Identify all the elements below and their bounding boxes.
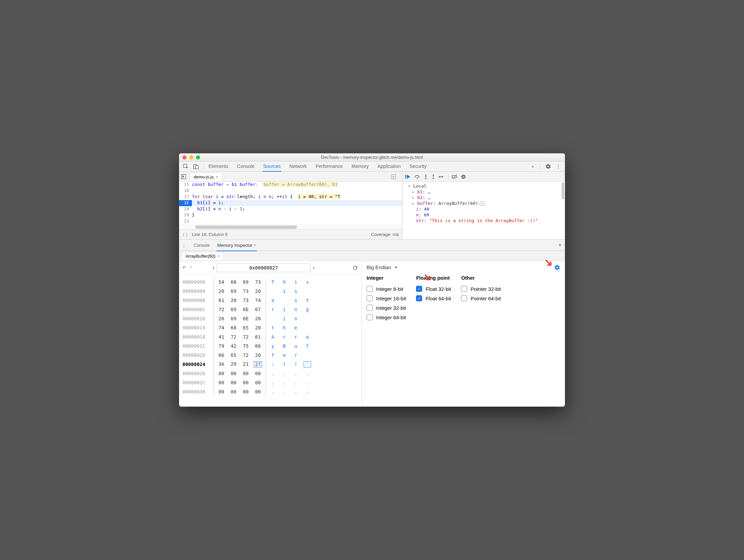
memory-tab-arraybuffer[interactable]: ArrayBuffer(60) × bbox=[182, 252, 224, 260]
undo-icon[interactable]: ↶ bbox=[182, 265, 186, 270]
checkbox-icon[interactable] bbox=[367, 314, 373, 320]
tab-sources[interactable]: Sources bbox=[263, 161, 281, 172]
tab-elements[interactable]: Elements bbox=[208, 161, 229, 172]
hex-row[interactable]: 0000001841727261Arra bbox=[182, 332, 358, 341]
scope-var-b1[interactable]: b1: … bbox=[404, 189, 563, 195]
drawer-menu-icon[interactable]: ⋮ bbox=[182, 243, 186, 248]
scope-var-b2[interactable]: b2: … bbox=[404, 195, 563, 200]
hex-row[interactable]: 0000003000000000.... bbox=[182, 387, 358, 396]
scope-variables[interactable]: Localb1: …b2: …buffer: ArrayBuffer(60)⋯i… bbox=[402, 182, 565, 225]
hex-row[interactable]: 0000000420697320 is bbox=[182, 286, 358, 296]
drawer-tab-console[interactable]: Console bbox=[193, 240, 211, 251]
deactivate-breakpoints-icon[interactable] bbox=[452, 174, 458, 179]
hex-row[interactable]: 0000001C79427566yBuf bbox=[182, 341, 358, 350]
value-type-integer-64-bit[interactable]: Integer 64-bit bbox=[367, 313, 406, 322]
kebab-menu-icon[interactable]: ⋮ bbox=[553, 162, 563, 171]
pretty-print-icon[interactable]: { } bbox=[182, 232, 188, 237]
hex-row[interactable]: 0000000861207374a st bbox=[182, 296, 358, 305]
value-group-integer: IntegerInteger 8-bitInteger 16-bitIntege… bbox=[367, 275, 406, 322]
more-panels-icon[interactable]: » bbox=[528, 162, 538, 171]
tab-security[interactable]: Security bbox=[409, 161, 428, 172]
code-line[interactable]: 15const buffer = b1.buffer; buffer = Arr… bbox=[179, 182, 402, 188]
main-toolbar: ElementsConsoleSourcesNetworkPerformance… bbox=[179, 161, 565, 172]
code-line[interactable]: 17for (var i = str.length; i < n; ++i) {… bbox=[179, 194, 402, 200]
hex-viewer: ↶ ↷ ‹ › 0000000054686973This000000042069… bbox=[179, 261, 362, 407]
source-pane: demo-js.js × 15const buffer = b1.buffer;… bbox=[179, 172, 402, 239]
checkbox-icon[interactable] bbox=[367, 286, 373, 292]
scope-var-str[interactable]: str: "This is a string in the ArrayBuffe… bbox=[404, 218, 563, 223]
step-over-icon[interactable] bbox=[414, 174, 420, 179]
checkbox-icon[interactable] bbox=[461, 286, 467, 292]
value-type-float-32-bit[interactable]: ✓Float 32-bit bbox=[416, 284, 451, 294]
svg-rect-2 bbox=[196, 166, 198, 169]
scope-var-i[interactable]: i: 40 bbox=[404, 206, 563, 212]
tab-memory[interactable]: Memory bbox=[351, 161, 370, 172]
value-type-float-64-bit[interactable]: ✓Float 64-bit bbox=[416, 294, 451, 303]
inspect-element-icon[interactable] bbox=[181, 162, 191, 171]
code-line[interactable]: 18 b1[i] = i; bbox=[179, 200, 402, 206]
hex-row[interactable]: 0000001474686520the bbox=[182, 323, 358, 332]
debugger-toolbar bbox=[402, 172, 565, 182]
value-type-pointer-32-bit[interactable]: Pointer 32-bit bbox=[461, 284, 501, 294]
resume-icon[interactable] bbox=[405, 174, 411, 179]
hex-row[interactable]: 0000002066657220fer bbox=[182, 350, 358, 360]
value-settings-icon[interactable] bbox=[554, 264, 560, 271]
value-type-label: Integer 32-bit bbox=[376, 305, 406, 311]
value-group-other: OtherPointer 32-bitPointer 64-bit bbox=[461, 275, 501, 322]
scope-var-buffer[interactable]: buffer: ArrayBuffer(60)⋯ bbox=[404, 200, 563, 206]
coverage-status: Coverage: n/a bbox=[371, 232, 399, 237]
checkbox-icon[interactable] bbox=[367, 295, 373, 301]
code-editor[interactable]: 15const buffer = b1.buffer; buffer = Arr… bbox=[179, 182, 402, 224]
close-memory-tab-icon[interactable]: × bbox=[218, 254, 220, 259]
svg-rect-13 bbox=[464, 176, 464, 178]
value-group-header: Other bbox=[461, 275, 501, 281]
refresh-icon[interactable] bbox=[352, 265, 358, 271]
tab-performance[interactable]: Performance bbox=[315, 161, 343, 172]
code-line[interactable]: 16 bbox=[179, 188, 402, 194]
panel-tabs: ElementsConsoleSourcesNetworkPerformance… bbox=[206, 161, 527, 172]
prev-page-icon[interactable]: ‹ bbox=[213, 264, 215, 271]
checkbox-icon[interactable]: ✓ bbox=[416, 295, 422, 301]
value-type-pointer-64-bit[interactable]: Pointer 64-bit bbox=[461, 294, 501, 303]
close-drawer-icon[interactable]: × bbox=[559, 242, 562, 248]
checkbox-icon[interactable] bbox=[461, 295, 467, 301]
value-type-integer-32-bit[interactable]: Integer 32-bit bbox=[367, 303, 406, 313]
tab-network[interactable]: Network bbox=[289, 161, 307, 172]
horizontal-scrollbar[interactable] bbox=[179, 224, 402, 229]
tab-application[interactable]: Application bbox=[377, 161, 401, 172]
address-input[interactable] bbox=[217, 263, 310, 272]
hex-row[interactable]: 0000000054686973This bbox=[182, 277, 358, 286]
settings-icon[interactable] bbox=[543, 162, 553, 171]
scope-var-n[interactable]: n: 60 bbox=[404, 212, 563, 218]
pause-exceptions-icon[interactable] bbox=[461, 174, 466, 179]
value-type-integer-16-bit[interactable]: Integer 16-bit bbox=[367, 294, 406, 303]
hex-row[interactable]: 000000243A292127:)!' bbox=[182, 360, 358, 369]
drawer-tab-memory-inspector[interactable]: Memory Inspector × bbox=[217, 240, 257, 251]
svg-point-11 bbox=[461, 175, 465, 179]
file-tab-demo-js[interactable]: demo-js.js × bbox=[190, 173, 222, 181]
hex-body[interactable]: 0000000054686973This0000000420697320 is … bbox=[179, 275, 362, 407]
hex-row[interactable]: 0000002800000000.... bbox=[182, 369, 358, 378]
hex-row[interactable]: 0000000C72696E67ring bbox=[182, 305, 358, 314]
close-tab-icon[interactable]: × bbox=[216, 174, 218, 179]
checkbox-icon[interactable] bbox=[367, 305, 373, 311]
redo-icon[interactable]: ↷ bbox=[189, 265, 193, 270]
value-type-integer-8-bit[interactable]: Integer 8-bit bbox=[367, 284, 406, 294]
code-line[interactable]: 21 bbox=[179, 218, 402, 224]
checkbox-icon[interactable]: ✓ bbox=[416, 286, 422, 292]
hex-row[interactable]: 0000001020696E20 in bbox=[182, 314, 358, 323]
vertical-scrollbar[interactable] bbox=[562, 182, 564, 199]
run-snippet-icon[interactable] bbox=[391, 174, 400, 179]
step-into-icon[interactable] bbox=[424, 174, 428, 179]
step-icon[interactable] bbox=[439, 175, 445, 179]
navigator-toggle-icon[interactable] bbox=[181, 174, 190, 179]
endianness-label: Big Endian bbox=[367, 264, 391, 270]
device-toolbar-icon[interactable] bbox=[191, 162, 201, 171]
endianness-select[interactable]: Big Endian ▼ bbox=[367, 264, 560, 275]
step-out-icon[interactable] bbox=[431, 174, 435, 179]
code-line[interactable]: 20} bbox=[179, 212, 402, 218]
code-line[interactable]: 19 b2[i] = n - i - 1; bbox=[179, 206, 402, 212]
hex-row[interactable]: 0000002C00000000.... bbox=[182, 378, 358, 387]
next-page-icon[interactable]: › bbox=[312, 264, 314, 271]
tab-console[interactable]: Console bbox=[236, 161, 255, 172]
